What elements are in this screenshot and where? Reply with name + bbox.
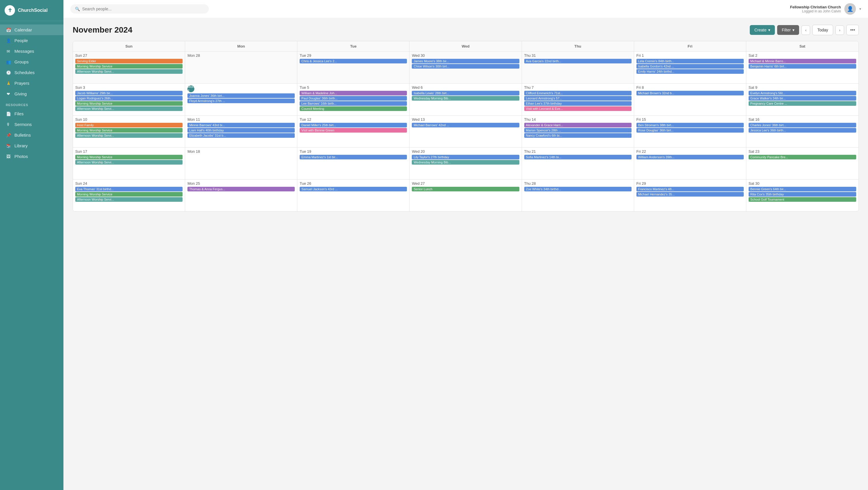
sidebar-item-bulletins[interactable]: 📌 Bulletins — [0, 130, 63, 140]
cal-event[interactable]: Ava Garcia's 22nd birth... — [524, 59, 631, 63]
cal-event[interactable]: Chloe Wilson's 30th birt... — [412, 64, 519, 69]
calendar-cell-w1d3[interactable]: Wed 6Isabella Lewis' 28th birt...Wednesd… — [409, 84, 522, 115]
calendar-cell-w1d1[interactable]: Mon 4Joanna Jones' 36th birt...Floyd Arm… — [185, 84, 297, 115]
filter-button[interactable]: Filter ▾ — [777, 25, 799, 35]
cal-event[interactable]: Benjamin Harris' 6th birt... — [749, 64, 856, 69]
sidebar-item-messages[interactable]: ✉ Messages — [0, 46, 63, 57]
calendar-cell-w4d2[interactable]: Tue 26Samuel Jackson's 43rd ... — [297, 179, 409, 211]
calendar-cell-w3d0[interactable]: Sun 17Morning Worship ServiceAfternoon W… — [73, 148, 185, 179]
cal-event[interactable]: Morning Worship Service — [75, 128, 183, 133]
cal-event[interactable]: Isabella Gordon's 42nd ... — [637, 64, 744, 69]
calendar-cell-w0d0[interactable]: Sun 27Serving ElderMorning Worship Servi… — [73, 52, 185, 83]
cal-event[interactable]: Michael Brown's 32nd b... — [637, 91, 744, 95]
cal-event[interactable]: Paul Douglas' 36th birth... — [300, 96, 407, 101]
calendar-cell-w3d5[interactable]: Fri 22William Anderson's 39th... — [634, 148, 746, 179]
cal-event[interactable]: Serving Elder — [75, 59, 183, 63]
sidebar-item-calendar[interactable]: 📅 Calendar — [0, 25, 63, 35]
calendar-cell-w4d6[interactable]: Sat 30Bennie Green's 64th bir...Rita Cox… — [746, 179, 859, 211]
calendar-cell-w4d5[interactable]: Fri 29Francisco Martinez's 48...Michael … — [634, 179, 746, 211]
cal-event[interactable]: Morning Worship Service — [75, 64, 183, 69]
create-button[interactable]: Create ▾ — [750, 25, 775, 35]
cal-event[interactable]: Eva Thomas' 31st birthd... — [75, 187, 183, 191]
calendar-cell-w4d4[interactable]: Thu 28Zoe White's 34th birthd... — [522, 179, 634, 211]
cal-event[interactable]: Rose Douglas' 36th birt... — [637, 128, 744, 133]
cal-event[interactable]: Lee Barrows' 16th birth... — [300, 101, 407, 106]
calendar-cell-w2d5[interactable]: Fri 15Ben Stroman's 38th birt...Rose Dou… — [634, 116, 746, 147]
calendar-cell-w0d2[interactable]: Tue 29Chris & Jessica Lee's 2... — [297, 52, 409, 83]
sidebar-item-schedules[interactable]: 🕐 Schedules — [0, 67, 63, 78]
cal-event[interactable]: Visit with Leonard & Eve... — [524, 106, 631, 111]
calendar-cell-w4d3[interactable]: Wed 27Senior Lunch — [409, 179, 522, 211]
cal-event[interactable]: Wednesday Morning Bib... — [412, 160, 519, 165]
cal-event[interactable]: Afternoon Worship Servi... — [75, 160, 183, 165]
cal-event[interactable]: Elizabeth Jacobs' 31st b... — [187, 133, 295, 138]
cal-event[interactable]: Sofia Martinez's 14th bi... — [524, 155, 631, 159]
calendar-cell-w1d0[interactable]: Sun 3Jacob Williams' 29th bir...Logan Ro… — [73, 84, 185, 115]
cal-event[interactable]: Floyd Armstrong's 27th ... — [187, 99, 295, 103]
cal-event[interactable]: William Anderson's 39th... — [637, 155, 744, 159]
cal-event[interactable]: Alexander & Grace Harri... — [524, 123, 631, 127]
calendar-cell-w2d0[interactable]: Sun 10Host FamilyMorning Worship Service… — [73, 116, 185, 147]
calendar-cell-w0d5[interactable]: Fri 1Lela Cremin's 84th birth...Isabella… — [634, 52, 746, 83]
calendar-cell-w2d2[interactable]: Tue 12Daniel Miller's 25th birt...Visit … — [297, 116, 409, 147]
calendar-cell-w0d4[interactable]: Thu 31Ava Garcia's 22nd birth... — [522, 52, 634, 83]
cal-event[interactable]: William & Madeline Joh... — [300, 91, 407, 95]
cal-event[interactable]: Morning Worship Service — [75, 192, 183, 197]
cal-event[interactable]: Ben Stroman's 38th birt... — [637, 123, 744, 127]
cal-event[interactable]: School Golf Tournament — [749, 197, 856, 202]
calendar-cell-w1d2[interactable]: Tue 5William & Madeline Joh...Paul Dougl… — [297, 84, 409, 115]
cal-event[interactable]: Isabella Lewis' 28th birt... — [412, 91, 519, 95]
sidebar-item-sermons[interactable]: 🎙 Sermons — [0, 119, 63, 130]
more-options-button[interactable]: ••• — [846, 25, 859, 35]
cal-event[interactable]: Charles Jones' 36th birt... — [749, 123, 856, 127]
cal-event[interactable]: James Moore's 38th bir... — [412, 59, 519, 63]
next-button[interactable]: › — [835, 25, 844, 35]
calendar-cell-w0d1[interactable]: Mon 28 — [185, 52, 297, 83]
user-dropdown-icon[interactable]: ▾ — [859, 7, 861, 11]
calendar-cell-w3d2[interactable]: Tue 19Emma Martinez's 1st bir... — [297, 148, 409, 179]
cal-event[interactable]: Lela Cremin's 84th birth... — [637, 59, 744, 63]
calendar-cell-w2d4[interactable]: Thu 14Alexander & Grace Harri...Marion S… — [522, 116, 634, 147]
sidebar-item-files[interactable]: 📄 Files — [0, 108, 63, 119]
calendar-cell-w0d6[interactable]: Sat 2Michael & Minnie Barro...Benjamin H… — [746, 52, 859, 83]
cal-event[interactable]: Nancy Crawford's 6th bi... — [524, 133, 631, 138]
cal-event[interactable]: Afternoon Worship Servi... — [75, 133, 183, 138]
cal-event[interactable]: Senior Lunch — [412, 187, 519, 191]
calendar-cell-w3d4[interactable]: Thu 21Sofia Martinez's 14th bi... — [522, 148, 634, 179]
sidebar-item-photos[interactable]: 🖼 Photos — [0, 151, 63, 162]
sidebar-item-giving[interactable]: ❤ Giving — [0, 89, 63, 99]
today-button[interactable]: Today — [812, 25, 833, 35]
cal-event[interactable]: Visit with Bennie Green — [300, 128, 407, 133]
cal-event[interactable]: Ethan Lee's 37th birthday — [524, 101, 631, 106]
cal-event[interactable]: Host Family — [75, 123, 183, 127]
search-box[interactable]: 🔍 — [70, 4, 209, 13]
cal-event[interactable]: Michael & Minnie Barro... — [749, 59, 856, 63]
sidebar-item-groups[interactable]: 👥 Groups — [0, 57, 63, 67]
cal-event[interactable]: Evelyn Armstrong's 56t... — [749, 91, 856, 95]
calendar-cell-w1d4[interactable]: Thu 7Clifford Emmerich's 71st...Leonard … — [522, 84, 634, 115]
sidebar-item-prayers[interactable]: 🙏 Prayers — [0, 78, 63, 89]
cal-event[interactable]: Grace Walker's 34th bir... — [749, 96, 856, 101]
cal-event[interactable]: Logan Rodriguez's 26th... — [75, 96, 183, 101]
cal-event[interactable]: Francisco Martinez's 48... — [637, 187, 744, 191]
cal-event[interactable]: Rita Cox's 35th birthday — [749, 192, 856, 197]
cal-event[interactable]: Morning Worship Service — [75, 101, 183, 106]
cal-event[interactable]: Thomas & Anna Fergus... — [187, 187, 295, 191]
cal-event[interactable]: Council Meeting — [300, 106, 407, 111]
search-input[interactable] — [82, 7, 204, 11]
cal-event[interactable]: Afternoon Worship Servi... — [75, 69, 183, 74]
sidebar-item-library[interactable]: 📚 Library — [0, 140, 63, 151]
calendar-cell-w3d1[interactable]: Mon 18 — [185, 148, 297, 179]
cal-event[interactable]: Daniel Miller's 25th birt... — [300, 123, 407, 127]
cal-event[interactable]: Chris & Jessica Lee's 2... — [300, 59, 407, 63]
cal-event[interactable]: Minnie Barrows' 43rd bi... — [187, 123, 295, 127]
calendar-cell-w2d1[interactable]: Mon 11Minnie Barrows' 43rd bi...Liam Hal… — [185, 116, 297, 147]
cal-event[interactable]: Joanna Jones' 36th birt... — [187, 93, 295, 98]
calendar-cell-w3d3[interactable]: Wed 20Lily Taylor's 27th birthdayWednesd… — [409, 148, 522, 179]
cal-event[interactable]: Leonard Armstrong's 57... — [524, 96, 631, 101]
avatar[interactable]: 👤 — [844, 3, 856, 15]
cal-event[interactable]: Lily Taylor's 27th birthday — [412, 155, 519, 159]
calendar-cell-w1d6[interactable]: Sat 9Evelyn Armstrong's 56t...Grace Walk… — [746, 84, 859, 115]
cal-event[interactable]: Pregnancy Care Centre ... — [749, 101, 856, 106]
calendar-cell-w4d0[interactable]: Sun 24Eva Thomas' 31st birthd...Morning … — [73, 179, 185, 211]
